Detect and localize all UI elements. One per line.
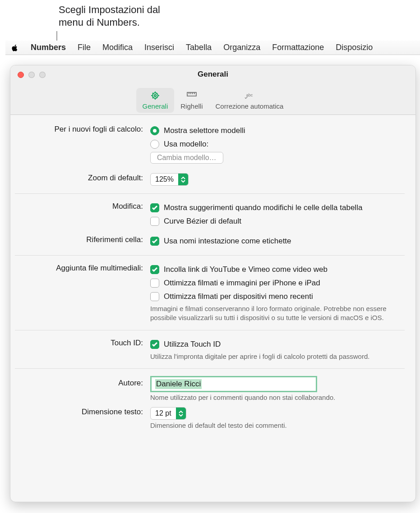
tab-righelli-label: Righelli	[180, 102, 203, 110]
textsize-select[interactable]: 12 pt	[150, 407, 186, 420]
menubar-numbers[interactable]: Numbers	[31, 43, 66, 52]
svg-rect-2	[187, 92, 196, 96]
checkbox-paste-links-label: Incolla link di YouTube e Vimeo come vid…	[164, 265, 328, 274]
radio-show-chooser-label: Mostra selettore modelli	[164, 126, 245, 135]
menubar-formattazione[interactable]: Formattazione	[272, 43, 324, 52]
radio-use-template-label: Usa modello:	[164, 140, 208, 149]
editing-label: Modifica:	[15, 201, 150, 211]
media-label: Aggiunta file multimediali:	[15, 263, 150, 273]
checkbox-opt-older-label: Ottimizza filmati per dispositivi meno r…	[164, 292, 313, 301]
menubar-inserisci[interactable]: Inserisci	[144, 43, 174, 52]
author-input[interactable]: Daniele Ricci	[150, 376, 317, 392]
menubar-disposizione[interactable]: Disposizio	[336, 43, 373, 52]
preferences-window: Generali Generali Righelli abc Correzion…	[10, 65, 416, 502]
textsize-desc: Dimensione di default del testo dei comm…	[150, 421, 403, 430]
textsize-value: 12 pt	[151, 409, 176, 417]
tab-autocorrect[interactable]: abc Correzione automatica	[209, 88, 290, 113]
radio-show-chooser[interactable]	[150, 126, 159, 135]
checkbox-touchid[interactable]	[150, 340, 159, 349]
menubar-file[interactable]: File	[78, 43, 91, 52]
checkbox-bezier-label: Curve Bézier di default	[164, 217, 241, 226]
default-zoom-label: Zoom di default:	[15, 173, 150, 183]
window-title: Generali	[10, 70, 415, 79]
cellrefs-label: Riferimenti cella:	[15, 234, 150, 244]
author-desc: Nome utilizzato per i commenti quando no…	[150, 393, 403, 402]
checkbox-opt-iphone-label: Ottimizza filmati e immagini per iPhone …	[164, 279, 320, 288]
touchid-desc: Utilizza l'impronta digitale per aprire …	[150, 352, 385, 361]
checkbox-bezier[interactable]	[150, 217, 159, 226]
apple-logo-icon[interactable]	[11, 44, 19, 52]
checkbox-paste-links[interactable]	[150, 265, 159, 274]
radio-use-template[interactable]	[150, 140, 159, 149]
menubar: Numbers File Modifica Inserisci Tabella …	[5, 41, 420, 55]
author-value: Daniele Ricci	[155, 379, 202, 389]
textsize-label: Dimensione testo:	[15, 407, 150, 417]
stepper-arrows-icon	[176, 408, 186, 419]
touchid-label: Touch ID:	[15, 338, 150, 348]
abc-icon: abc	[243, 90, 256, 101]
tab-autocorrect-label: Correzione automatica	[215, 102, 283, 110]
menubar-organizza[interactable]: Organizza	[223, 43, 260, 52]
author-label: Autore:	[15, 376, 150, 388]
divider	[15, 193, 405, 194]
stepper-arrows-icon	[178, 174, 188, 185]
change-template-button[interactable]: Cambia modello…	[150, 152, 223, 164]
divider	[15, 368, 405, 369]
divider	[15, 255, 405, 256]
tab-generali-label: Generali	[143, 102, 168, 110]
menubar-tabella[interactable]: Tabella	[186, 43, 212, 52]
default-zoom-select[interactable]: 125%	[150, 173, 189, 186]
checkbox-opt-older[interactable]	[150, 292, 159, 301]
gear-icon	[148, 90, 162, 101]
checkbox-opt-iphone[interactable]	[150, 279, 159, 288]
general-pane: Per i nuovi fogli di calcolo: Mostra sel…	[10, 115, 415, 441]
titlebar: Generali Generali Righelli abc Correzion…	[10, 65, 415, 115]
checkbox-header-names[interactable]	[150, 237, 159, 246]
default-zoom-value: 125%	[151, 175, 178, 183]
preferences-toolbar: Generali Righelli abc Correzione automat…	[10, 88, 415, 113]
checkbox-suggestions-label: Mostra suggerimenti quando modifichi le …	[164, 203, 362, 212]
checkbox-touchid-label: Utilizza Touch ID	[164, 340, 221, 349]
checkbox-header-names-label: Usa nomi intestazione come etichette	[164, 237, 291, 246]
tab-generali[interactable]: Generali	[136, 88, 175, 113]
ruler-icon	[185, 90, 198, 101]
svg-point-1	[154, 95, 156, 96]
new-spreadsheets-label: Per i nuovi fogli di calcolo:	[15, 124, 150, 134]
menubar-modifica[interactable]: Modifica	[102, 43, 133, 52]
checkbox-suggestions[interactable]	[150, 203, 159, 212]
tab-righelli[interactable]: Righelli	[174, 88, 209, 113]
media-desc: Immagini e filmati conserveranno il loro…	[150, 304, 403, 323]
callout-text: Scegli Impostazioni dal menu di Numbers.	[59, 4, 160, 28]
divider	[15, 330, 405, 330]
